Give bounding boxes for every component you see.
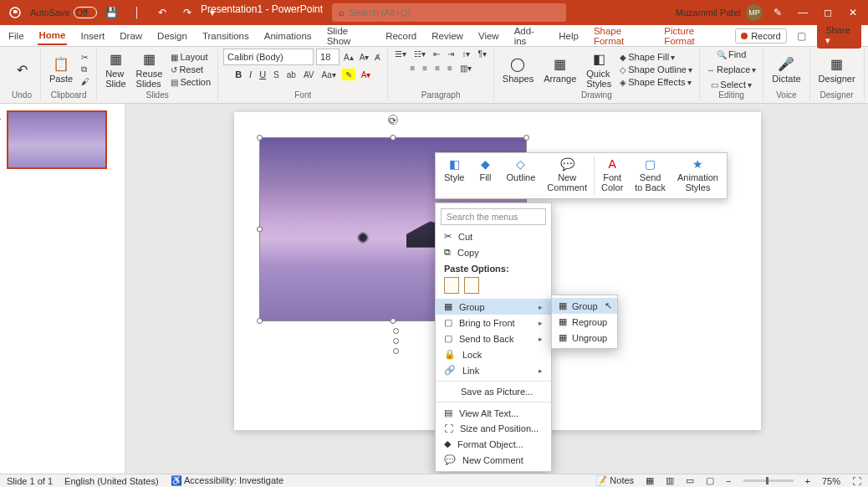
indent-button[interactable]: ⇥ (446, 49, 456, 59)
shape-fill-button[interactable]: ◆ Shape Fill ▾ (618, 51, 694, 63)
restore-icon[interactable]: ◻ (818, 3, 838, 23)
ctx-save-as-picture[interactable]: Save as Picture... (436, 384, 551, 399)
ctx-format-object[interactable]: ◆Format Object... (436, 436, 551, 452)
shape-outline-button[interactable]: ◇ Shape Outline ▾ (618, 64, 694, 75)
status-accessibility[interactable]: ♿ Accessibility: Investigate (171, 475, 284, 486)
italic-button[interactable]: I (248, 69, 253, 80)
font-name-select[interactable]: Calibri (Body) (223, 49, 314, 65)
shape-effects-button[interactable]: ◈ Shape Effects ▾ (618, 76, 694, 88)
tab-view[interactable]: View (477, 28, 501, 44)
arrange-button[interactable]: ▦Arrange (540, 54, 580, 85)
quickstyles-button[interactable]: ◧Quick Styles (583, 49, 615, 90)
ctx-size-position[interactable]: ⛶Size and Position... (436, 421, 551, 436)
tab-transitions[interactable]: Transitions (201, 28, 251, 44)
ctx-copy[interactable]: ⧉Copy (436, 244, 551, 260)
share-button[interactable]: Share ▾ (817, 23, 861, 49)
paste-option-2[interactable] (464, 277, 479, 294)
cut-button[interactable]: ✂ (79, 52, 91, 63)
columns-button[interactable]: ▥▾ (458, 63, 473, 74)
tab-record[interactable]: Record (384, 28, 418, 44)
shape2-handle2[interactable] (393, 338, 399, 344)
tab-shape-format[interactable]: Shape Format (592, 23, 651, 49)
align-left-button[interactable]: ≡ (408, 63, 416, 74)
undo-button[interactable]: ↶ (8, 60, 35, 79)
clear-format-button[interactable]: A̸ (373, 49, 382, 65)
paste-option-1[interactable] (444, 277, 459, 294)
status-lang[interactable]: English (United States) (64, 476, 159, 486)
underline-button[interactable]: U (258, 69, 268, 80)
view-normal-icon[interactable]: ▦ (646, 475, 654, 486)
tab-picture-format[interactable]: Picture Format (662, 23, 723, 49)
mt-style[interactable]: ◧Style (439, 156, 469, 195)
ctx-cut[interactable]: ✂Cut (436, 228, 551, 244)
align-center-button[interactable]: ≡ (421, 63, 429, 74)
resize-handle-nw[interactable] (257, 135, 263, 141)
save-icon[interactable]: 💾 (102, 3, 122, 23)
sub-group[interactable]: ▦Group↖ (552, 298, 617, 314)
grow-font-button[interactable]: A▴ (342, 49, 355, 65)
present-icon[interactable]: ▢ (794, 26, 811, 46)
tab-draw[interactable]: Draw (118, 28, 144, 44)
ctx-alt-text[interactable]: ▤View Alt Text... (436, 405, 551, 421)
shapes-button[interactable]: ◯Shapes (499, 54, 537, 85)
ctx-new-comment[interactable]: 💬New Comment (436, 452, 551, 468)
zoom-in-icon[interactable]: + (805, 476, 810, 486)
highlight-button[interactable]: ✎ (342, 69, 355, 80)
mt-send-back[interactable]: ▢Send to Back (630, 156, 671, 195)
zoom-level[interactable]: 75% (822, 476, 840, 486)
mt-font-color[interactable]: AFont Color (596, 156, 628, 195)
tab-review[interactable]: Review (430, 28, 465, 44)
ctx-group[interactable]: ▦Group▸ (436, 299, 551, 315)
copy-button[interactable]: ⧉ (79, 64, 91, 75)
rotate-handle[interactable]: ⟳ (388, 115, 398, 125)
align-right-button[interactable]: ≡ (433, 63, 442, 74)
mt-outline[interactable]: ◇Outline (501, 156, 540, 195)
tab-help[interactable]: Help (557, 28, 580, 44)
numbering-button[interactable]: ☷▾ (412, 49, 427, 59)
font-color-button[interactable]: A▾ (360, 69, 373, 80)
justify-button[interactable]: ≡ (446, 63, 454, 74)
resize-handle-ne[interactable] (523, 135, 529, 141)
autosave-toggle[interactable]: AutoSave Off (30, 7, 97, 18)
paste-button[interactable]: 📋Paste (46, 54, 76, 85)
ctx-lock[interactable]: 🔒Lock (436, 346, 551, 362)
bullets-button[interactable]: ☰▾ (393, 49, 408, 59)
designer-button[interactable]: ▦Designer (815, 54, 859, 85)
user-account[interactable]: Muzammil Patel MP (676, 4, 763, 21)
dictate-button[interactable]: 🎤Dictate (768, 54, 804, 85)
view-sorter-icon[interactable]: ▥ (666, 475, 674, 486)
view-slideshow-icon[interactable]: ▢ (706, 475, 714, 486)
find-button[interactable]: 🔍 Find (715, 49, 748, 60)
view-reading-icon[interactable]: ▭ (686, 475, 694, 486)
tab-insert[interactable]: Insert (79, 28, 106, 44)
mt-new-comment[interactable]: 💬New Comment (542, 156, 592, 195)
font-size-select[interactable]: 18 (316, 49, 340, 65)
shrink-font-button[interactable]: A▾ (358, 49, 371, 65)
shape2-handle1[interactable] (393, 328, 399, 334)
spacing-button[interactable]: AV (302, 69, 316, 80)
zoom-slider[interactable] (743, 479, 794, 482)
zoom-out-icon[interactable]: − (726, 476, 731, 486)
pen-icon[interactable]: ✎ (768, 3, 788, 23)
record-button[interactable]: Record (735, 28, 786, 44)
ctx-send-to-back[interactable]: ▢Send to Back▸ (436, 331, 551, 346)
mt-anim[interactable]: ★Animation Styles (672, 156, 723, 195)
undo-icon[interactable]: ↶ (152, 3, 172, 23)
fit-icon[interactable]: ⛶ (852, 476, 861, 486)
tab-slideshow[interactable]: Slide Show (325, 23, 373, 49)
linespacing-button[interactable]: ↕▾ (460, 49, 472, 59)
context-search[interactable]: Search the menus (441, 208, 546, 225)
search-input[interactable] (350, 8, 559, 18)
case-button[interactable]: Aa▾ (320, 69, 338, 80)
status-slide[interactable]: Slide 1 of 1 (7, 476, 53, 486)
strike-button[interactable]: S (272, 69, 281, 80)
replace-button[interactable]: ↔ Replace ▾ (705, 64, 758, 75)
tab-design[interactable]: Design (156, 28, 189, 44)
reset-button[interactable]: ↺ Reset (169, 64, 212, 75)
tab-addins[interactable]: Add-ins (513, 23, 546, 49)
tab-home[interactable]: Home (38, 27, 68, 45)
redo-icon[interactable]: ↷ (177, 3, 197, 23)
resize-handle-n[interactable] (391, 135, 396, 141)
thumbnail-slide-1[interactable] (7, 110, 107, 169)
resize-handle-s[interactable] (391, 318, 396, 324)
